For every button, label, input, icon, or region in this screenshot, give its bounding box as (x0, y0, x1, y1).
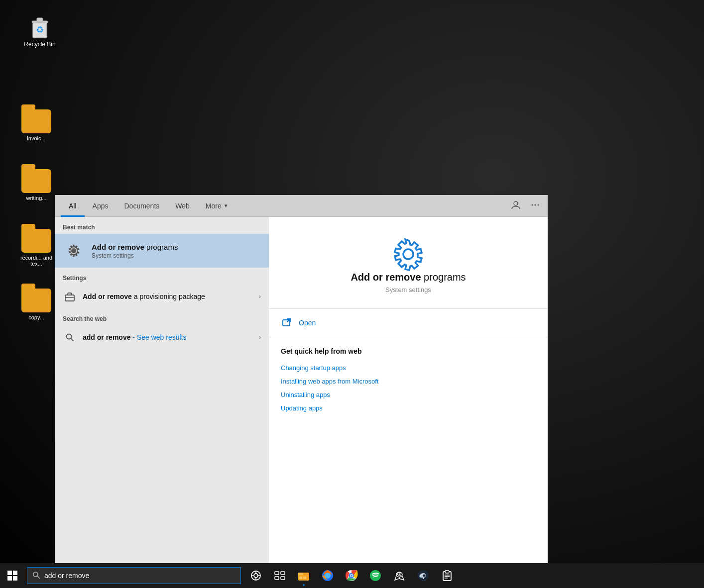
chrome-button[interactable] (341, 563, 362, 588)
open-window-icon (281, 317, 293, 329)
svg-rect-30 (281, 577, 285, 580)
svg-line-14 (71, 339, 74, 341)
web-search-item[interactable]: add or remove - See web results › (55, 325, 269, 349)
svg-rect-32 (298, 573, 303, 575)
open-label: Open (299, 319, 316, 327)
tab-documents[interactable]: Documents (116, 195, 167, 217)
web-help-section: Get quick help from web Changing startup… (269, 337, 548, 425)
svg-rect-27 (275, 572, 279, 575)
svg-point-5 (532, 204, 533, 205)
svg-line-20 (37, 576, 40, 579)
folder-label-1: invoic... (27, 135, 45, 141)
svg-rect-50 (445, 571, 449, 573)
person-button[interactable] (509, 198, 523, 214)
search-loop-icon (63, 330, 77, 344)
svg-rect-2 (37, 18, 43, 22)
search-content: Best match Add or remove programs (55, 217, 548, 563)
tabs-bar: All Apps Documents Web More ▼ (55, 195, 548, 217)
provisioning-arrow: › (259, 293, 261, 300)
recycle-bin-icon[interactable]: ♻ Recycle Bin (20, 15, 60, 48)
more-dropdown-arrow: ▼ (224, 203, 229, 208)
best-match-item[interactable]: Add or remove programs System settings (55, 234, 269, 268)
folder-icon-1[interactable]: invoic... (14, 109, 59, 141)
svg-point-15 (392, 238, 425, 271)
search-panel: All Apps Documents Web More ▼ (55, 195, 548, 563)
web-search-text: add or remove - See web results (83, 333, 255, 341)
svg-point-7 (538, 204, 539, 205)
svg-point-22 (254, 574, 258, 578)
taskbar (0, 563, 704, 588)
best-match-subtitle: System settings (92, 252, 261, 259)
best-match-label: Best match (55, 217, 269, 234)
app-detail-top: Add or remove programs System settings (269, 217, 548, 309)
web-help-item-2[interactable]: Installing web apps from Microsoft (281, 375, 536, 388)
svg-rect-11 (65, 295, 74, 301)
left-panel: Best match Add or remove programs (55, 217, 269, 563)
right-panel: Add or remove programs System settings O… (269, 217, 548, 563)
web-help-title: Get quick help from web (281, 347, 536, 355)
taskbar-search-box[interactable] (27, 567, 241, 584)
folder-label-4: copy... (28, 314, 44, 320)
tabs-actions (509, 198, 542, 214)
app-detail-gear-icon (391, 237, 426, 272)
folder-icon-2[interactable]: writing... (14, 169, 59, 201)
svg-point-48 (423, 575, 426, 577)
folder-icon-4[interactable]: copy... (14, 289, 59, 320)
web-help-item-4[interactable]: Updating apps (281, 401, 536, 415)
taskbar-search-input[interactable] (44, 572, 235, 580)
provisioning-result-item[interactable]: Add or remove a provisioning package › (55, 285, 269, 308)
web-help-item-1[interactable]: Changing startup apps (281, 361, 536, 375)
provisioning-result-text: Add or remove a provisioning package (83, 292, 259, 301)
svg-point-45 (399, 574, 400, 575)
clipboard-button[interactable] (436, 563, 458, 588)
settings-label: Settings (55, 268, 269, 285)
spotify-button[interactable] (364, 563, 386, 588)
firefox-button[interactable] (317, 563, 339, 588)
more-options-button[interactable] (529, 198, 542, 213)
alienware-button[interactable] (388, 563, 410, 588)
start-button[interactable] (0, 563, 25, 588)
svg-point-4 (514, 201, 518, 205)
open-action[interactable]: Open (269, 309, 548, 337)
folder-label-2: writing... (26, 195, 47, 201)
folder-label-3: recordi... and tex... (14, 255, 59, 267)
svg-text:♻: ♻ (36, 25, 44, 35)
windows-logo-icon (7, 571, 17, 581)
svg-point-6 (535, 204, 536, 205)
task-view-squares-button[interactable] (269, 563, 291, 588)
svg-point-16 (403, 249, 413, 259)
best-match-gear-icon (63, 240, 85, 262)
app-detail-name: Add or remove programs (351, 272, 466, 283)
tab-apps[interactable]: Apps (85, 195, 117, 217)
tab-more[interactable]: More ▼ (198, 195, 236, 217)
svg-point-41 (351, 575, 352, 577)
file-explorer-button[interactable] (293, 563, 315, 588)
svg-rect-28 (281, 572, 285, 575)
best-match-title: Add or remove programs (92, 243, 261, 251)
app-detail-subtitle: System settings (385, 286, 431, 294)
taskbar-search-icon (32, 571, 40, 581)
web-search-label: Search the web (55, 308, 269, 325)
best-match-text: Add or remove programs System settings (92, 243, 261, 259)
tab-web[interactable]: Web (167, 195, 198, 217)
recycle-bin-label: Recycle Bin (24, 41, 55, 48)
svg-rect-34 (303, 577, 306, 579)
taskbar-icons (241, 563, 704, 588)
folder-icon-3[interactable]: recordi... and tex... (14, 229, 59, 267)
web-help-item-3[interactable]: Uninstalling apps (281, 388, 536, 401)
svg-point-42 (370, 570, 381, 581)
steam-button[interactable] (412, 563, 434, 588)
task-view-button[interactable] (245, 563, 267, 588)
tab-all[interactable]: All (61, 195, 85, 217)
briefcase-icon (63, 290, 77, 303)
web-search-arrow: › (259, 334, 261, 341)
svg-rect-29 (275, 577, 279, 580)
svg-rect-33 (299, 577, 302, 579)
